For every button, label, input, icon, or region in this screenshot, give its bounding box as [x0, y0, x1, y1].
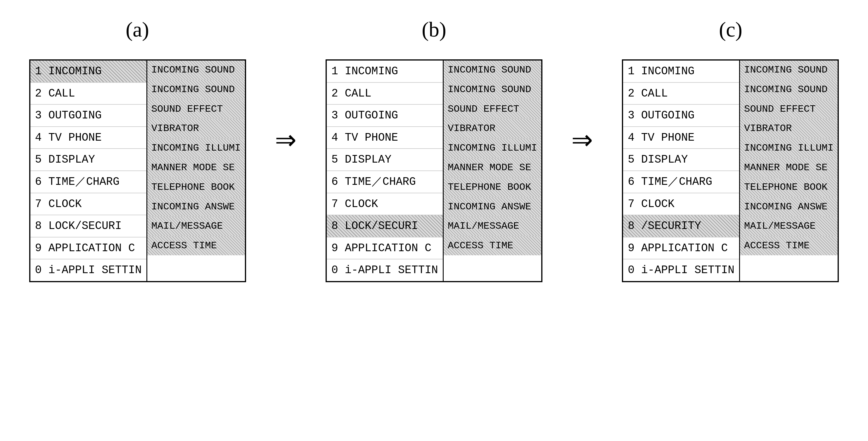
sub-item-b-0: ACCESS TIME: [444, 236, 541, 255]
menu-item-c-0: 0 i-APPLI SETTIN: [623, 259, 739, 281]
sub-item-a-0: ACCESS TIME: [147, 236, 245, 255]
menu-item-c-7: 7 CLOCK: [623, 193, 739, 215]
menu-item-c-4: 4 TV PHONE: [623, 127, 739, 149]
sub-item-a-4: VIBRATOR: [147, 119, 245, 139]
menu-item-a-8: 8 LOCK/SECURI: [30, 215, 147, 237]
menu-item-b-3: 3 OUTGOING: [327, 105, 443, 127]
menu-item-a-4: 4 TV PHONE: [30, 127, 147, 149]
menu-item-a-7: 7 CLOCK: [30, 193, 147, 215]
sub-item-a-2: INCOMING SOUND: [147, 80, 245, 100]
diagram-c: 1 INCOMING 2 CALL 3 OUTGOING 4 TV PHONE …: [622, 59, 839, 282]
screen-b: 1 INCOMING 2 CALL 3 OUTGOING 4 TV PHONE …: [326, 59, 542, 282]
sub-item-b-8: INCOMING ANSWE: [444, 197, 541, 217]
menu-item-c-8: 8 /SECURITY: [623, 215, 739, 237]
menu-item-b-5: 5 DISPLAY: [327, 149, 443, 171]
sub-item-b-6: MANNER MODE SE: [444, 158, 541, 178]
menu-col-c: 1 INCOMING 2 CALL 3 OUTGOING 4 TV PHONE …: [623, 61, 740, 281]
sub-item-b-2: INCOMING SOUND: [444, 80, 541, 100]
menu-item-a-2: 2 CALL: [30, 83, 147, 105]
label-a: (a): [126, 18, 149, 41]
menu-item-b-0: 0 i-APPLI SETTIN: [327, 259, 443, 281]
sub-item-a-5: INCOMING ILLUMI: [147, 139, 245, 158]
label-b: (b): [422, 18, 446, 41]
menu-item-c-2: 2 CALL: [623, 83, 739, 105]
menu-col-a: 1 INCOMING 2 CALL 3 OUTGOING 4 TV PHONE …: [30, 61, 147, 281]
diagram-b: 1 INCOMING 2 CALL 3 OUTGOING 4 TV PHONE …: [326, 59, 542, 282]
screen-c: 1 INCOMING 2 CALL 3 OUTGOING 4 TV PHONE …: [622, 59, 839, 282]
labels-row: (a) (b) (c): [0, 0, 868, 54]
screen-a: 1 INCOMING 2 CALL 3 OUTGOING 4 TV PHONE …: [29, 59, 246, 282]
sub-col-c: INCOMING SOUND INCOMING SOUND SOUND EFFE…: [740, 61, 838, 281]
sub-item-a-6: MANNER MODE SE: [147, 158, 245, 178]
sub-item-a-3: SOUND EFFECT: [147, 100, 245, 119]
menu-item-c-9: 9 APPLICATION C: [623, 237, 739, 260]
menu-item-a-9: 9 APPLICATION C: [30, 237, 147, 260]
sub-item-c-3: SOUND EFFECT: [740, 100, 838, 119]
menu-item-c-1: 1 INCOMING: [623, 61, 739, 83]
sub-item-c-1: INCOMING SOUND: [740, 61, 838, 80]
sub-item-c-5: INCOMING ILLUMI: [740, 139, 838, 158]
sub-item-c-0: ACCESS TIME: [740, 236, 838, 255]
menu-item-b-9: 9 APPLICATION C: [327, 237, 443, 260]
sub-item-c-2: INCOMING SOUND: [740, 80, 838, 100]
menu-item-b-7: 7 CLOCK: [327, 193, 443, 215]
menu-item-b-4: 4 TV PHONE: [327, 127, 443, 149]
sub-item-b-7: TELEPHONE BOOK: [444, 178, 541, 197]
sub-item-c-8: INCOMING ANSWE: [740, 197, 838, 217]
menu-item-c-6: 6 TIME／CHARG: [623, 171, 739, 193]
sub-item-b-9: MAIL/MESSAGE: [444, 217, 541, 236]
menu-item-a-3: 3 OUTGOING: [30, 105, 147, 127]
menu-item-a-6: 6 TIME／CHARG: [30, 171, 147, 193]
label-c: (c): [719, 18, 742, 41]
sub-item-c-6: MANNER MODE SE: [740, 158, 838, 178]
page-container: (a) (b) (c) 1 INCOMING 2 CALL 3 OUTGOING…: [0, 0, 868, 441]
menu-item-b-1: 1 INCOMING: [327, 61, 443, 83]
sub-item-b-3: SOUND EFFECT: [444, 100, 541, 119]
sub-item-c-7: TELEPHONE BOOK: [740, 178, 838, 197]
menu-item-b-8: 8 LOCK/SECURI: [327, 215, 443, 237]
menu-item-a-5: 5 DISPLAY: [30, 149, 147, 171]
sub-item-a-8: INCOMING ANSWE: [147, 197, 245, 217]
sub-item-b-4: VIBRATOR: [444, 119, 541, 139]
sub-item-a-7: TELEPHONE BOOK: [147, 178, 245, 197]
diagrams-row: 1 INCOMING 2 CALL 3 OUTGOING 4 TV PHONE …: [0, 59, 868, 282]
arrow-2: ⇒: [560, 118, 604, 161]
diagram-a: 1 INCOMING 2 CALL 3 OUTGOING 4 TV PHONE …: [29, 59, 246, 282]
arrow-1: ⇒: [264, 118, 308, 161]
menu-item-b-2: 2 CALL: [327, 83, 443, 105]
menu-item-a-0: 0 i-APPLI SETTIN: [30, 259, 147, 281]
menu-col-b: 1 INCOMING 2 CALL 3 OUTGOING 4 TV PHONE …: [327, 61, 444, 281]
menu-item-b-6: 6 TIME／CHARG: [327, 171, 443, 193]
sub-col-a: INCOMING SOUND INCOMING SOUND SOUND EFFE…: [147, 61, 245, 281]
sub-item-a-1: INCOMING SOUND: [147, 61, 245, 80]
sub-item-c-4: VIBRATOR: [740, 119, 838, 139]
menu-item-a-1: 1 INCOMING: [30, 61, 147, 83]
sub-col-b: INCOMING SOUND INCOMING SOUND SOUND EFFE…: [444, 61, 541, 281]
sub-item-b-5: INCOMING ILLUMI: [444, 139, 541, 158]
sub-item-b-1: INCOMING SOUND: [444, 61, 541, 80]
menu-item-c-5: 5 DISPLAY: [623, 149, 739, 171]
sub-item-c-9: MAIL/MESSAGE: [740, 217, 838, 236]
menu-item-c-3: 3 OUTGOING: [623, 105, 739, 127]
sub-item-a-9: MAIL/MESSAGE: [147, 217, 245, 236]
